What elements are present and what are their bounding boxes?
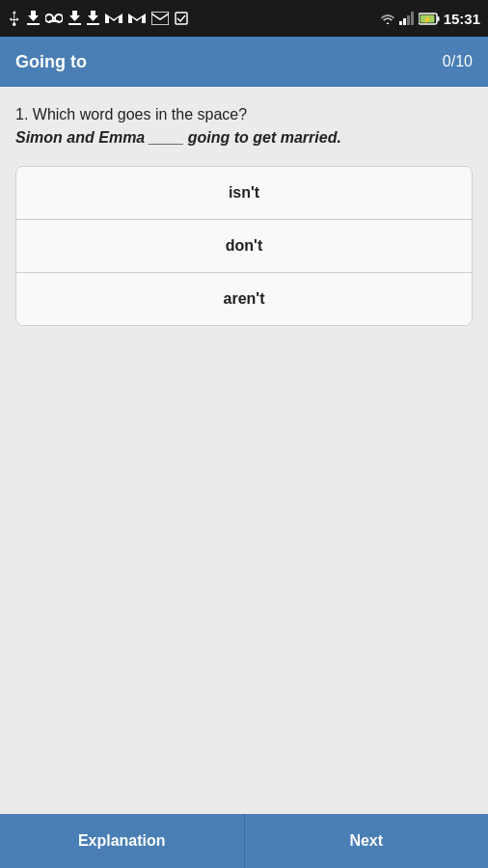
explanation-button[interactable]: Explanation	[0, 814, 245, 868]
svg-rect-5	[399, 21, 402, 25]
app-bar-title: Going to	[15, 52, 87, 72]
gmail-icon	[105, 12, 122, 25]
email-icon	[151, 12, 169, 25]
status-bar-icons	[8, 11, 188, 26]
svg-rect-10	[437, 16, 439, 21]
question-number: 1.	[15, 106, 28, 122]
status-time: 15:31	[444, 11, 480, 27]
usb-icon	[8, 11, 21, 26]
question-sentence: Simon and Emma ____ going to get married…	[15, 129, 473, 147]
options-container: isn't don't aren't	[15, 166, 473, 326]
voicemail-icon	[45, 13, 63, 24]
checkbox-icon	[175, 12, 188, 25]
question-prompt: 1. Which word goes in the space?	[15, 106, 473, 123]
wifi-icon	[380, 12, 395, 25]
option-arent[interactable]: aren't	[16, 273, 472, 325]
score-display: 0/10	[443, 53, 473, 70]
main-content: 1. Which word goes in the space? Simon a…	[0, 87, 488, 814]
download2-icon	[68, 11, 81, 26]
svg-rect-3	[151, 12, 169, 25]
download-icon	[27, 11, 40, 26]
signal-icon	[399, 12, 415, 25]
svg-text:⚡: ⚡	[422, 14, 432, 24]
question-prompt-text: Which word goes in the space?	[33, 106, 247, 122]
app-bar: Going to 0/10	[0, 37, 488, 87]
option-dont[interactable]: don't	[16, 220, 472, 273]
svg-rect-6	[403, 18, 406, 25]
download3-icon	[87, 11, 99, 26]
svg-rect-2	[49, 20, 59, 22]
svg-rect-7	[407, 15, 410, 25]
svg-rect-8	[411, 12, 414, 25]
status-bar: ⚡ 15:31	[0, 0, 488, 37]
battery-icon: ⚡	[419, 13, 440, 25]
svg-rect-4	[176, 13, 187, 24]
option-isnt[interactable]: isn't	[16, 167, 472, 220]
gmail2-icon	[128, 12, 146, 25]
next-button[interactable]: Next	[245, 814, 489, 868]
bottom-bar: Explanation Next	[0, 814, 488, 868]
status-bar-right: ⚡ 15:31	[380, 11, 480, 27]
